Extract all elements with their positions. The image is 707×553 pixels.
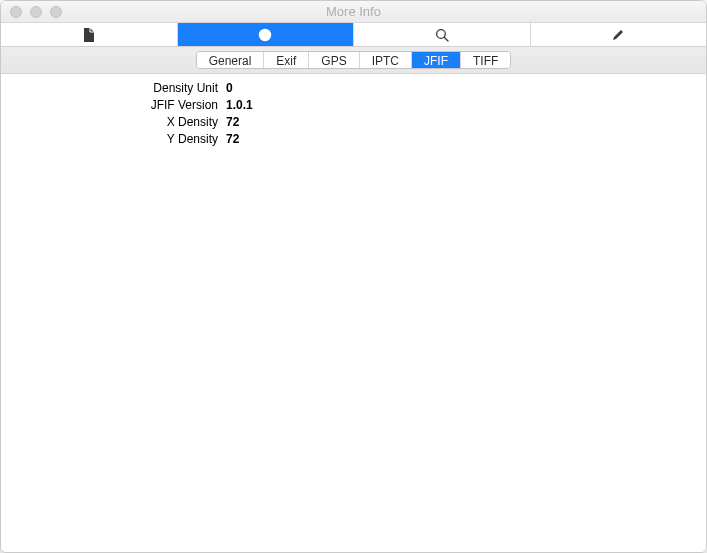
metadata-tab-iptc[interactable]: IPTC [360, 52, 412, 69]
minimize-window-button[interactable] [30, 6, 42, 18]
metadata-tab-label: IPTC [372, 54, 399, 68]
property-label: Density Unit [1, 81, 226, 95]
titlebar: More Info [1, 1, 706, 23]
svg-line-4 [444, 37, 448, 41]
metadata-tab-tiff[interactable]: TIFF [461, 52, 510, 69]
property-label: Y Density [1, 132, 226, 146]
window-title: More Info [1, 4, 706, 19]
property-label: JFIF Version [1, 98, 226, 112]
metadata-tab-bar: GeneralExifGPSIPTCJFIFTIFF [1, 47, 706, 74]
file-icon [83, 28, 95, 42]
property-row: JFIF Version1.0.1 [1, 98, 706, 115]
info-icon [258, 28, 272, 42]
metadata-tab-label: GPS [321, 54, 346, 68]
property-value: 0 [226, 81, 233, 95]
metadata-tab-label: Exif [276, 54, 296, 68]
property-row: X Density72 [1, 115, 706, 132]
main-toolbar [1, 23, 706, 47]
window-controls [1, 6, 62, 18]
property-label: X Density [1, 115, 226, 129]
svg-rect-2 [264, 34, 266, 39]
zoom-window-button[interactable] [50, 6, 62, 18]
close-window-button[interactable] [10, 6, 22, 18]
property-value: 72 [226, 132, 239, 146]
file-tab[interactable] [1, 23, 178, 46]
search-tab[interactable] [354, 23, 531, 46]
property-value: 72 [226, 115, 239, 129]
metadata-segmented-control: GeneralExifGPSIPTCJFIFTIFF [196, 51, 512, 69]
metadata-tab-jfif[interactable]: JFIF [412, 52, 461, 69]
metadata-tab-exif[interactable]: Exif [264, 52, 309, 69]
edit-tab[interactable] [531, 23, 707, 46]
properties-area: Density Unit0JFIF Version1.0.1X Density7… [1, 74, 706, 552]
property-row: Y Density72 [1, 132, 706, 149]
metadata-tab-label: JFIF [424, 54, 448, 68]
svg-point-1 [264, 30, 266, 32]
more-info-window: More Info GeneralExifGPSIPTCJFIFTIFF Den… [0, 0, 707, 553]
search-icon [435, 28, 449, 42]
metadata-tab-label: TIFF [473, 54, 498, 68]
metadata-tab-general[interactable]: General [197, 52, 265, 69]
property-value: 1.0.1 [226, 98, 253, 112]
edit-icon [611, 28, 625, 42]
info-tab[interactable] [178, 23, 355, 46]
property-row: Density Unit0 [1, 81, 706, 98]
metadata-tab-label: General [209, 54, 252, 68]
metadata-tab-gps[interactable]: GPS [309, 52, 359, 69]
